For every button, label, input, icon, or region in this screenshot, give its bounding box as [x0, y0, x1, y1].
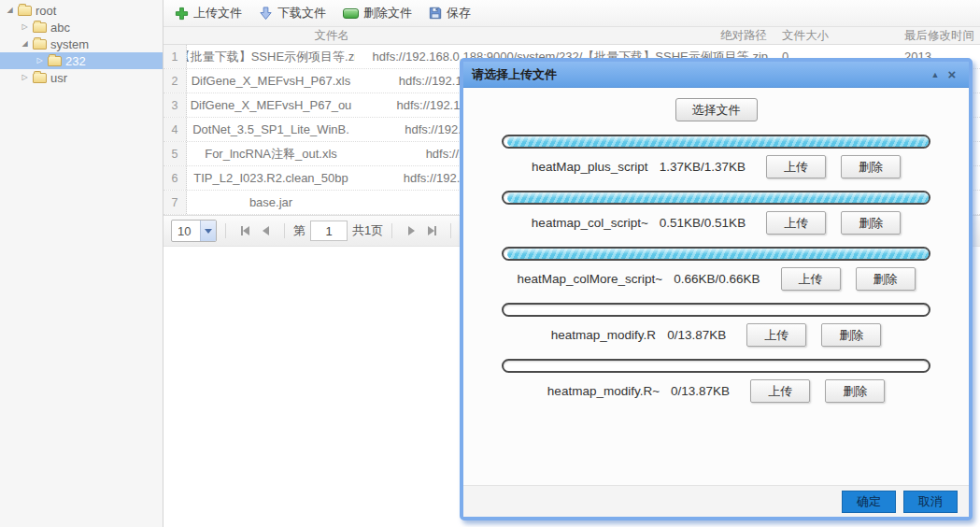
upload-row: heatMap_colMore_script~ 0.66KB/0.66KB 上传…: [463, 247, 969, 291]
row-number: 7: [163, 191, 187, 214]
column-header-filename: 文件名: [187, 28, 355, 44]
upload-row: heatMap_plus_script 1.37KB/1.37KB 上传 删除: [463, 135, 969, 178]
upload-row: heatmap_modify.R 0/13.87KB 上传 删除: [463, 303, 969, 347]
upload-progress-text: 0/13.87KB: [667, 328, 726, 342]
upload-info-line: heatMap_colMore_script~ 0.66KB/0.66KB 上传…: [463, 267, 969, 291]
column-header-modified: 最后修改时间: [895, 28, 980, 44]
upload-filename: heatmap_modify.R~: [547, 384, 660, 398]
upload-filename: heatmap_col_script~: [532, 216, 648, 230]
cell-filename: DifGene_X_MEFvsH_P67.xls: [187, 69, 355, 93]
upload-info-line: heatmap_modify.R~ 0/13.87KB 上传 删除: [463, 379, 969, 403]
close-icon[interactable]: ×: [944, 66, 960, 82]
delete-file-button[interactable]: 删除文件: [339, 3, 416, 23]
toolbar: 上传文件 下载文件 删除文件 保存: [163, 0, 980, 27]
save-label: 保存: [447, 5, 471, 21]
directory-tree: ◢ root ▷ abc ◢ system ▷ 232 ▷ usr: [0, 0, 163, 527]
download-file-label: 下载文件: [277, 5, 326, 21]
caret-expanded-icon[interactable]: ◢: [18, 36, 32, 52]
caret-collapsed-icon[interactable]: ▷: [33, 52, 47, 69]
tree-node-system[interactable]: ◢ system: [0, 36, 163, 52]
row-number: 1: [163, 45, 187, 68]
tree-node-root[interactable]: ◢ root: [0, 2, 163, 19]
folder-icon: [33, 22, 47, 33]
row-number: 6: [163, 166, 187, 190]
next-page-button[interactable]: [401, 221, 421, 241]
upload-dialog: 请选择上传文件 ▲ × 选择文件 heatMap_plus_script 1.3…: [460, 58, 973, 520]
last-page-button[interactable]: [421, 221, 442, 241]
divider: [391, 223, 392, 238]
folder-icon: [33, 39, 47, 50]
delete-button[interactable]: 删除: [841, 211, 901, 235]
tree-node-232[interactable]: ▷ 232: [0, 52, 163, 69]
save-icon: [429, 7, 442, 20]
delete-file-label: 删除文件: [363, 5, 412, 21]
chevron-down-icon: [200, 221, 216, 241]
upload-info-line: heatMap_plus_script 1.37KB/1.37KB 上传 删除: [463, 155, 969, 178]
page-number-input[interactable]: [310, 221, 348, 241]
download-file-button[interactable]: 下载文件: [255, 3, 330, 23]
upload-filename: heatMap_colMore_script~: [517, 272, 662, 286]
progress-fill: [507, 249, 929, 259]
caret-collapsed-icon[interactable]: ▷: [18, 69, 32, 86]
cell-filename: TIP_L2_I023.R2.clean_50bp: [187, 166, 355, 190]
cancel-button[interactable]: 取消: [903, 491, 958, 513]
upload-filename: heatMap_plus_script: [532, 160, 648, 174]
upload-button[interactable]: 上传: [781, 267, 841, 291]
progress-bar: [502, 359, 930, 373]
delete-button[interactable]: 删除: [841, 155, 901, 178]
dialog-footer: 确定 取消: [463, 485, 969, 517]
cell-filename: base.jar: [187, 191, 355, 214]
upload-button[interactable]: 上传: [766, 211, 826, 235]
cell-filename: DifGene_X_MEFvsH_P67_ou: [187, 93, 355, 117]
upload-button[interactable]: 上传: [766, 155, 826, 178]
upload-progress-text: 1.37KB/1.37KB: [660, 160, 746, 174]
page-size-select[interactable]: 10: [171, 220, 217, 242]
upload-progress-text: 0/13.87KB: [671, 384, 730, 398]
cell-filename: 【批量下载】SSHE示例项目等.zip: [187, 45, 355, 68]
progress-fill: [507, 136, 929, 147]
ok-button[interactable]: 确定: [842, 491, 896, 513]
delete-button[interactable]: 删除: [856, 267, 916, 291]
upload-list: heatMap_plus_script 1.37KB/1.37KB 上传 删除 …: [463, 135, 969, 403]
tree-node-usr[interactable]: ▷ usr: [0, 69, 163, 86]
tree-node-label: 232: [65, 54, 86, 68]
upload-progress-text: 0.66KB/0.66KB: [674, 272, 760, 286]
progress-bar: [502, 303, 930, 317]
cell-filename: For_lncRNA注释_out.xls: [187, 142, 355, 165]
prev-page-button[interactable]: [255, 221, 276, 241]
save-button[interactable]: 保存: [425, 3, 475, 23]
tree-node-abc[interactable]: ▷ abc: [0, 19, 163, 36]
delete-button[interactable]: 删除: [821, 323, 881, 347]
upload-button[interactable]: 上传: [746, 323, 806, 347]
folder-icon: [33, 73, 47, 83]
upload-info-line: heatmap_col_script~ 0.51KB/0.51KB 上传 删除: [463, 211, 969, 235]
upload-row: heatmap_modify.R~ 0/13.87KB 上传 删除: [463, 359, 969, 403]
tree-node-label: system: [50, 37, 89, 51]
add-icon: [175, 7, 189, 21]
delete-button[interactable]: 删除: [825, 379, 885, 403]
row-number: 2: [163, 69, 187, 93]
upload-file-button[interactable]: 上传文件: [171, 3, 246, 23]
collapse-icon[interactable]: ▲: [927, 70, 944, 79]
divider: [284, 223, 285, 238]
caret-expanded-icon[interactable]: ◢: [3, 2, 17, 19]
upload-filename: heatmap_modify.R: [551, 328, 656, 342]
row-number: 4: [163, 118, 187, 141]
tree-node-label: abc: [50, 21, 70, 35]
column-header-size: 文件大小: [773, 28, 895, 44]
choose-file-button[interactable]: 选择文件: [675, 98, 758, 121]
progress-fill: [507, 192, 929, 203]
row-number: 3: [163, 93, 187, 117]
column-header-path: 绝对路径: [355, 28, 773, 44]
progress-bar: [502, 191, 930, 205]
upload-button[interactable]: 上传: [750, 379, 810, 403]
caret-collapsed-icon[interactable]: ▷: [18, 19, 32, 36]
tree-node-label: root: [36, 4, 56, 18]
progress-bar: [502, 247, 930, 261]
file-manager-app: ◢ root ▷ abc ◢ system ▷ 232 ▷ usr: [0, 0, 980, 527]
page-size-value: 10: [172, 224, 200, 238]
page-total-label: 共1页: [352, 222, 383, 239]
first-page-button[interactable]: [234, 221, 255, 241]
remove-icon: [343, 8, 359, 19]
folder-icon: [18, 6, 32, 16]
